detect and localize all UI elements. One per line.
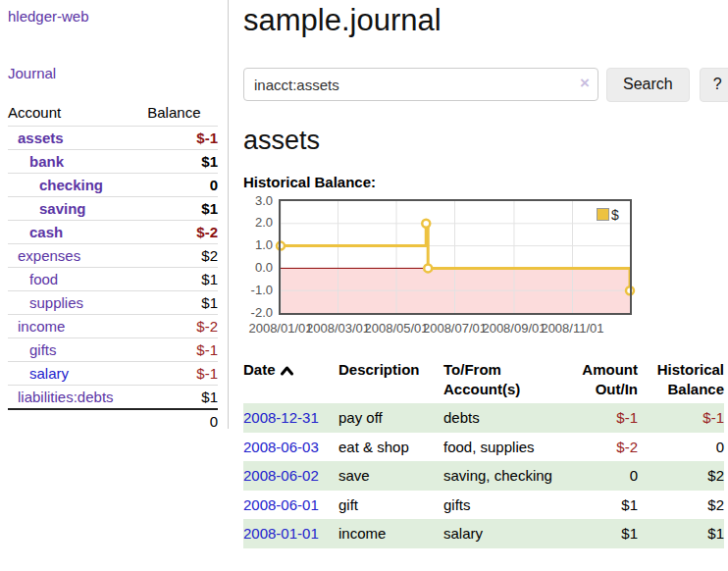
register-header-date[interactable]: Date [243, 358, 338, 404]
account-balance: $-2 [147, 315, 218, 338]
table-row: cash$-2 [8, 221, 218, 244]
transaction-balance: $1 [638, 519, 724, 548]
sidebar-item-journal[interactable]: Journal [8, 65, 218, 81]
transaction-balance: 0 [638, 433, 724, 462]
x-axis-tick-label: 2008/11/01 [533, 321, 611, 336]
table-row: saving$1 [8, 197, 218, 221]
account-heading: assets [243, 126, 728, 156]
account-balance: $1 [147, 197, 218, 221]
sort-asc-icon [280, 365, 294, 376]
transaction-accounts: debts [443, 403, 571, 433]
accounts-total-row: 0 [8, 409, 218, 436]
transaction-date-link[interactable]: 2008-01-01 [243, 525, 319, 542]
accounts-balance-table: Account Balance assets$-1 bank$1 checkin… [8, 102, 218, 436]
table-row: assets$-1 [8, 127, 218, 150]
accounts-header-balance: Balance [147, 102, 218, 127]
account-balance: $1 [147, 268, 218, 291]
app-brand-link[interactable]: hledger-web [8, 8, 89, 25]
table-row: food$1 [8, 268, 218, 291]
table-row: 2008-01-01 income salary $1 $1 [243, 519, 724, 548]
register-header-balance: Historical Balance [638, 358, 724, 404]
register-header-description: Description [338, 358, 443, 404]
account-link-saving[interactable]: saving [39, 200, 86, 217]
transaction-amount: $1 [571, 519, 638, 548]
account-link-bank[interactable]: bank [29, 153, 64, 170]
main-content: sample.journal × Search ? assets Histori… [243, 0, 728, 548]
table-row: salary$-1 [8, 362, 218, 386]
transaction-balance: $-1 [638, 403, 724, 433]
table-row: supplies$1 [8, 291, 218, 315]
transaction-amount: $-1 [571, 403, 638, 433]
account-link-income[interactable]: income [18, 318, 65, 335]
table-row: 2008-06-02 save saving, checking 0 $2 [243, 461, 724, 491]
chart-title: Historical Balance: [243, 174, 728, 190]
transaction-description: pay off [338, 403, 443, 433]
account-balance: $-2 [147, 221, 218, 244]
transaction-balance: $2 [638, 491, 724, 520]
transaction-amount: $-2 [571, 433, 638, 462]
legend-swatch [597, 208, 609, 221]
account-balance: 0 [147, 174, 218, 197]
table-row: liabilities:debts$1 [8, 386, 218, 410]
y-axis-tick-label: 0.0 [243, 260, 273, 275]
help-button[interactable]: ? [700, 68, 728, 102]
account-balance: $-1 [147, 338, 218, 362]
account-balance: $1 [147, 386, 218, 410]
account-link-liabilities-debts[interactable]: liabilities:debts [18, 389, 114, 405]
transaction-accounts: gifts [443, 491, 571, 520]
account-link-cash[interactable]: cash [29, 224, 63, 240]
transaction-accounts: salary [443, 519, 571, 548]
account-link-gifts[interactable]: gifts [29, 341, 57, 358]
register-header-account: To/From Account(s) [443, 358, 571, 404]
legend-series-label: $ [611, 207, 619, 223]
table-row: checking0 [8, 174, 218, 197]
transaction-accounts: saving, checking [443, 461, 571, 491]
transaction-amount: 0 [571, 461, 638, 491]
account-link-supplies[interactable]: supplies [29, 294, 83, 311]
search-button[interactable]: Search [606, 68, 690, 102]
register-header-amount: Amount Out/In [571, 358, 638, 404]
transaction-amount: $1 [571, 491, 638, 520]
y-axis-tick-label: -2.0 [243, 305, 273, 320]
search-form: × Search ? [243, 68, 728, 102]
search-input[interactable] [243, 68, 598, 101]
table-row: income$-2 [8, 315, 218, 338]
table-row: 2008-06-03 eat & shop food, supplies $-2… [243, 433, 724, 462]
transaction-balance: $2 [638, 461, 724, 491]
transaction-description: save [338, 461, 443, 491]
y-axis-tick-label: 1.0 [243, 237, 273, 252]
table-row: 2008-12-31 pay off debts $-1 $-1 [243, 403, 724, 433]
chart-legend: $ [597, 207, 619, 223]
account-balance: $2 [147, 244, 218, 268]
transaction-date-link[interactable]: 2008-06-02 [243, 467, 319, 484]
y-axis-tick-label: -1.0 [243, 283, 273, 297]
transaction-date-link[interactable]: 2008-06-03 [243, 439, 319, 455]
register-table: Date Description To/From Account(s) Amou… [243, 358, 724, 548]
clear-search-icon[interactable]: × [580, 74, 590, 93]
account-balance: $-1 [147, 127, 218, 150]
accounts-total-balance: 0 [147, 409, 218, 436]
table-row: 2008-06-01 gift gifts $1 $2 [243, 491, 724, 520]
transaction-accounts: food, supplies [443, 433, 571, 462]
table-row: gifts$-1 [8, 338, 218, 362]
transaction-description: income [338, 519, 443, 548]
account-balance: $1 [147, 291, 218, 315]
account-balance: $1 [147, 150, 218, 174]
historical-balance-chart: 3.02.01.00.0-1.0-2.02008/01/012008/03/01… [243, 199, 675, 337]
transaction-description: eat & shop [338, 433, 443, 462]
page-title: sample.journal [243, 3, 728, 38]
transaction-date-link[interactable]: 2008-06-01 [243, 496, 319, 513]
account-link-checking[interactable]: checking [39, 177, 103, 193]
account-link-assets[interactable]: assets [18, 130, 64, 146]
transaction-description: gift [338, 491, 443, 520]
y-axis-tick-label: 2.0 [243, 215, 273, 230]
table-row: bank$1 [8, 150, 218, 174]
account-link-expenses[interactable]: expenses [18, 247, 80, 264]
table-row: expenses$2 [8, 244, 218, 268]
accounts-header-account: Account [8, 102, 147, 127]
account-link-salary[interactable]: salary [29, 365, 69, 382]
transaction-date-link[interactable]: 2008-12-31 [243, 409, 319, 426]
account-balance: $-1 [147, 362, 218, 386]
sidebar: hledger-web Journal Account Balance asse… [0, 0, 229, 429]
account-link-food[interactable]: food [29, 271, 58, 287]
